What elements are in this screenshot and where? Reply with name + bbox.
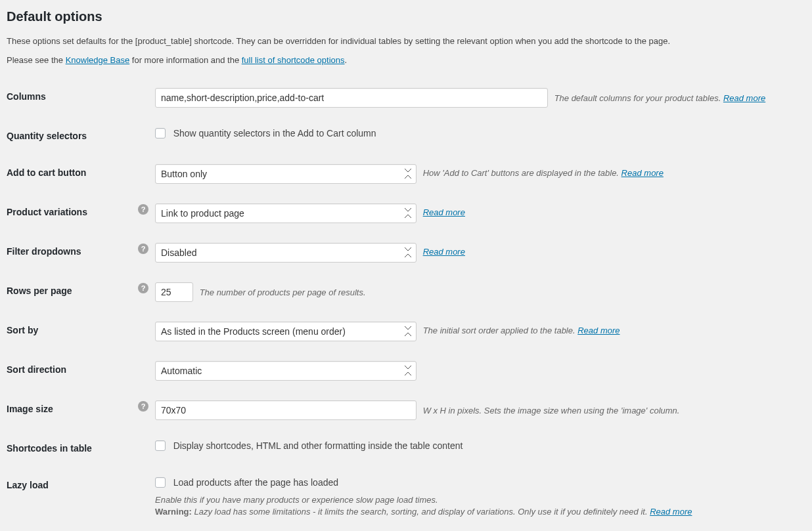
intro-text-1: These options set defaults for the [prod… — [7, 36, 805, 46]
quantity-label: Quantity selectors — [7, 117, 138, 154]
quantity-checkbox[interactable] — [155, 128, 166, 138]
lazy-warning-text: Lazy load has some limitations - it limi… — [192, 507, 648, 517]
filters-label: Filter dropdowns — [7, 233, 138, 272]
rows-label: Rows per page — [7, 272, 138, 312]
imagesize-desc: W x H in pixels. Sets the image size whe… — [423, 406, 680, 415]
columns-label: Columns — [7, 78, 138, 117]
quantity-checkbox-label: Show quantity selectors in the Add to Ca… — [173, 128, 376, 138]
lazyload-desc: Enable this if you have many products or… — [155, 494, 799, 518]
sortby-label: Sort by — [7, 312, 138, 351]
sortby-desc: The initial sort order applied to the ta… — [423, 326, 575, 335]
sortdir-select[interactable]: Automatic — [155, 361, 417, 381]
help-icon[interactable]: ? — [138, 244, 148, 254]
help-icon[interactable]: ? — [138, 204, 148, 215]
shortcode-options-link[interactable]: full list of shortcode options — [242, 55, 345, 65]
sortby-readmore-link[interactable]: Read more — [577, 326, 620, 335]
columns-readmore-link[interactable]: Read more — [723, 93, 765, 103]
columns-input[interactable] — [155, 88, 548, 108]
rows-desc: The number of products per page of resul… — [200, 287, 366, 297]
intro2-post: . — [345, 55, 348, 65]
variations-readmore-link[interactable]: Read more — [423, 207, 465, 217]
addtocart-label: Add to cart button — [7, 154, 138, 194]
imagesize-input[interactable] — [155, 400, 417, 420]
columns-desc: The default columns for your product tab… — [554, 93, 721, 103]
sortdir-label: Sort direction — [7, 351, 138, 391]
knowledge-base-link[interactable]: Knowledge Base — [66, 55, 130, 65]
shortcodes-checkbox[interactable] — [155, 440, 166, 451]
section-heading: Default options — [7, 9, 805, 24]
variations-select[interactable]: Link to product page — [155, 203, 417, 223]
filters-select[interactable]: Disabled — [155, 243, 417, 263]
addtocart-desc: How 'Add to Cart' buttons are displayed … — [423, 168, 619, 178]
filters-readmore-link[interactable]: Read more — [423, 247, 465, 257]
help-icon[interactable]: ? — [138, 401, 148, 412]
settings-table: Columns The default columns for your pro… — [7, 78, 805, 528]
help-icon[interactable]: ? — [138, 283, 148, 293]
intro2-mid: for more information and the — [129, 55, 242, 65]
intro2-pre: Please see the — [7, 55, 66, 65]
shortcodes-checkbox-label: Display shortcodes, HTML and other forma… — [173, 440, 463, 451]
lazy-warning-label: Warning: — [155, 507, 192, 517]
lazyload-readmore-link[interactable]: Read more — [650, 507, 692, 517]
rows-input[interactable] — [155, 282, 193, 302]
lazyload-checkbox-label: Load products after the page has loaded — [173, 477, 338, 488]
sortby-select[interactable]: As listed in the Products screen (menu o… — [155, 322, 417, 341]
variations-label: Product variations — [7, 194, 138, 233]
intro-text-2: Please see the Knowledge Base for more i… — [7, 55, 805, 65]
addtocart-select[interactable]: Button only — [155, 164, 417, 184]
lazy-desc1: Enable this if you have many products or… — [155, 495, 438, 505]
lazyload-checkbox[interactable] — [155, 477, 166, 488]
addtocart-readmore-link[interactable]: Read more — [621, 168, 664, 178]
imagesize-label: Image size — [7, 391, 138, 430]
lazyload-label: Lazy load — [7, 467, 138, 528]
shortcodes-label: Shortcodes in table — [7, 430, 138, 467]
